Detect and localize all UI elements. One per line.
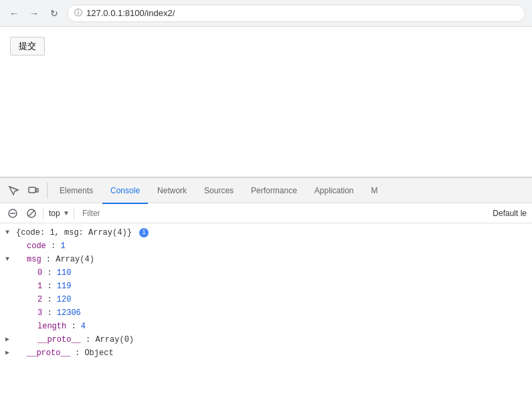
context-select-input[interactable]: top	[48, 209, 62, 218]
device-toolbar-icon[interactable]	[24, 181, 43, 200]
list-item: 3 : 12306	[0, 306, 532, 320]
list-item: 2 : 120	[0, 293, 532, 306]
expand-msg-arrow[interactable]: ▼	[5, 253, 9, 266]
lock-icon: ⓘ	[74, 7, 82, 19]
page-content: 提交	[0, 27, 532, 177]
item-2-value: 120	[57, 295, 72, 304]
item-1-value: 119	[57, 282, 72, 291]
dropdown-arrow-icon: ▼	[63, 209, 70, 217]
svg-rect-1	[36, 189, 38, 192]
console-separator	[43, 207, 43, 219]
list-item: 0 : 110	[0, 266, 532, 280]
tab-network[interactable]: Network	[149, 179, 195, 204]
msg-value: Array(4)	[56, 255, 94, 264]
code-key: code	[27, 241, 46, 251]
info-icon[interactable]: i	[139, 228, 149, 237]
root-preview: {code: 1, msg: Array(4)}	[16, 228, 137, 237]
expand-proto-array-arrow[interactable]: ▶	[5, 334, 9, 346]
inspect-element-icon[interactable]	[4, 181, 23, 200]
url-text: 127.0.0.1:8100/index2/	[86, 8, 175, 18]
context-selector[interactable]: top ▼	[48, 209, 70, 218]
msg-key: msg	[27, 255, 41, 264]
tab-more[interactable]: M	[363, 179, 386, 204]
clear-console-icon[interactable]	[5, 206, 20, 221]
code-line: code : 1	[0, 239, 532, 253]
default-level-label: Default le	[493, 209, 527, 218]
msg-parent-line[interactable]: ▼ msg : Array(4)	[0, 253, 532, 266]
tab-sources[interactable]: Sources	[196, 179, 242, 204]
devtools-panel: Elements Console Network Sources Perform…	[0, 177, 532, 408]
expand-root-arrow[interactable]: ▼	[5, 227, 9, 239]
item-1-index: 1	[37, 282, 42, 291]
filter-input[interactable]	[78, 207, 489, 219]
proto-object-line[interactable]: ▶ __proto__ : Object	[0, 346, 532, 360]
item-3-value: 12306	[57, 308, 81, 318]
tab-console[interactable]: Console	[102, 179, 148, 204]
proto-array-key: __proto__	[37, 335, 81, 344]
devtools-topbar: Elements Console Network Sources Perform…	[0, 178, 532, 203]
toolbar-separator	[47, 183, 48, 199]
tab-performance[interactable]: Performance	[243, 179, 305, 204]
length-value: 4	[81, 322, 86, 331]
length-line: length : 4	[0, 320, 532, 333]
tab-application[interactable]: Application	[306, 179, 362, 204]
console-output: ▼ {code: 1, msg: Array(4)} i code : 1 ▼ …	[0, 223, 532, 408]
proto-array-line[interactable]: ▶ __proto__ : Array(0)	[0, 333, 532, 346]
forward-button[interactable]: →	[27, 6, 41, 21]
item-2-index: 2	[37, 295, 42, 304]
console-toolbar: top ▼ Default le	[0, 203, 532, 223]
list-item: 1 : 119	[0, 280, 532, 293]
proto-object-key: __proto__	[27, 348, 70, 358]
item-0-value: 110	[57, 268, 72, 278]
reload-button[interactable]: ↻	[47, 6, 62, 21]
block-icon[interactable]	[24, 206, 39, 221]
item-0-index: 0	[37, 268, 42, 278]
submit-button[interactable]: 提交	[10, 37, 45, 56]
svg-rect-0	[29, 187, 35, 193]
console-separator-2	[74, 207, 74, 219]
proto-object-value: Object	[84, 348, 113, 358]
expand-proto-object-arrow[interactable]: ▶	[5, 347, 9, 359]
browser-toolbar: ← → ↻ ⓘ 127.0.0.1:8100/index2/	[0, 0, 532, 27]
proto-array-value: Array(0)	[95, 335, 134, 344]
tab-elements[interactable]: Elements	[52, 179, 101, 204]
back-button[interactable]: ←	[7, 6, 21, 21]
address-bar[interactable]: ⓘ 127.0.0.1:8100/index2/	[67, 5, 525, 22]
code-value: 1	[60, 241, 65, 251]
svg-line-5	[29, 210, 35, 216]
item-3-index: 3	[37, 308, 42, 318]
console-root-line[interactable]: ▼ {code: 1, msg: Array(4)} i	[0, 226, 532, 239]
length-key: length	[37, 322, 66, 331]
